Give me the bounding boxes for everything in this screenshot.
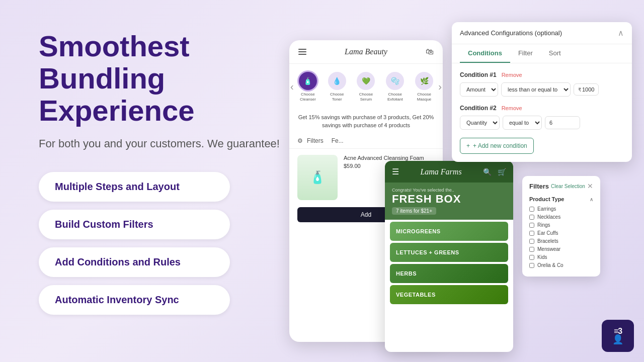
step-circle-masque: 🌿 bbox=[415, 72, 433, 90]
checkbox-kids[interactable] bbox=[529, 255, 534, 260]
phone-promo: Get 15% savings with purchase of 3 produ… bbox=[289, 110, 443, 133]
config-tabs: Conditions Filter Sort bbox=[452, 44, 632, 63]
filter-option-bracelets[interactable]: Bracelets bbox=[529, 238, 593, 244]
feature-btn-multiple-steps[interactable]: Multiple Steps and Layout bbox=[39, 172, 230, 202]
add-condition-button[interactable]: + + Add new condition bbox=[460, 138, 534, 154]
farms-icons: 🔍 🛒 bbox=[483, 168, 506, 176]
hero-section: Smoothest Bundling Experience For both y… bbox=[39, 30, 280, 315]
filters-panel: Filters Clear Selection ✕ Product Type ∧… bbox=[522, 176, 600, 277]
cart-icon[interactable]: 🛒 bbox=[498, 168, 506, 176]
checkbox-bracelets[interactable] bbox=[529, 239, 534, 244]
product-name: Acne Advanced Cleansing Foam bbox=[344, 155, 435, 161]
checkbox-menswear[interactable] bbox=[529, 247, 534, 252]
category-vegetables[interactable]: VEGETABLES bbox=[390, 285, 508, 304]
step-circle-cleanser: 🧴 bbox=[299, 72, 317, 90]
checkbox-ear-cuffs[interactable] bbox=[529, 231, 534, 236]
condition-2-value[interactable] bbox=[545, 116, 580, 129]
filter-option-ear-cuffs[interactable]: Ear Cuffs bbox=[529, 230, 593, 236]
config-header: Advanced Configurations (optional) ∧ bbox=[452, 22, 632, 44]
config-panel: Advanced Configurations (optional) ∧ Con… bbox=[452, 22, 632, 162]
config-close-button[interactable]: ∧ bbox=[618, 28, 624, 38]
checkbox-orelia[interactable] bbox=[529, 263, 534, 268]
config-body: Condition #1 Remove Amount less than or … bbox=[452, 63, 632, 162]
step-circle-toner: 💧 bbox=[328, 72, 346, 90]
hero-title: Smoothest Bundling Experience bbox=[39, 30, 280, 126]
farms-hamburger-icon: ☰ bbox=[392, 167, 399, 176]
search-icon[interactable]: 🔍 bbox=[483, 168, 492, 176]
condition-2-operator[interactable]: equal to bbox=[503, 116, 542, 130]
bag-icon[interactable]: 🛍 bbox=[426, 47, 434, 56]
step-exfoliant[interactable]: 🫧 ChooseExfoliant bbox=[380, 72, 410, 102]
filter-option-earrings[interactable]: Earrings bbox=[529, 206, 593, 212]
logo-badge: ≡3 👤 bbox=[602, 320, 634, 352]
hamburger-icon[interactable] bbox=[298, 49, 306, 55]
featured-label: Fe... bbox=[332, 137, 344, 144]
condition-2-remove[interactable]: Remove bbox=[502, 105, 522, 111]
clear-selection-link[interactable]: Clear Selection bbox=[551, 184, 585, 189]
step-masque[interactable]: 🌿 ChooseMasque bbox=[410, 72, 439, 102]
feature-btn-inventory[interactable]: Automatic Inventory Sync bbox=[39, 285, 230, 315]
step-cleanser[interactable]: 🧴 ChooseCleanser bbox=[293, 72, 323, 102]
condition-1: Condition #1 Remove Amount less than or … bbox=[460, 71, 624, 97]
currency-symbol: ₹ bbox=[578, 87, 581, 93]
condition-1-value: 1000 bbox=[582, 86, 594, 93]
feature-list: Multiple Steps and Layout Build Custom F… bbox=[39, 172, 280, 315]
checkbox-necklaces[interactable] bbox=[529, 215, 534, 220]
condition-2-label: Condition #2 Remove bbox=[460, 105, 624, 112]
phone-logo: Lama Beauty bbox=[345, 47, 387, 56]
farms-banner-title: FRESH BOX bbox=[392, 193, 506, 206]
filter-icon: ⚙ bbox=[297, 137, 303, 144]
condition-2-inputs: Quantity equal to bbox=[460, 116, 624, 130]
tab-filter[interactable]: Filter bbox=[510, 44, 541, 63]
product-type-header: Product Type ∧ bbox=[529, 196, 593, 202]
plus-icon: + bbox=[466, 142, 470, 149]
step-circle-exfoliant: 🫧 bbox=[386, 72, 404, 90]
tab-sort[interactable]: Sort bbox=[541, 44, 569, 63]
condition-1-remove[interactable]: Remove bbox=[502, 72, 522, 78]
phone-filter-bar: ⚙ Filters Fe... bbox=[289, 133, 443, 149]
phone-steps: 🧴 ChooseCleanser 💧 ChooseToner 💚 ChooseS… bbox=[289, 64, 443, 110]
step-circle-serum: 💚 bbox=[357, 72, 375, 90]
condition-2: Condition #2 Remove Quantity equal to bbox=[460, 105, 624, 130]
filter-option-necklaces[interactable]: Necklaces bbox=[529, 214, 593, 220]
filters-label: Filters bbox=[307, 137, 324, 144]
feature-btn-custom-filters[interactable]: Build Custom Filters bbox=[39, 210, 230, 239]
tab-conditions[interactable]: Conditions bbox=[460, 44, 510, 63]
step-serum[interactable]: 💚 ChooseSerum bbox=[352, 72, 381, 102]
checkbox-earrings[interactable] bbox=[529, 207, 534, 212]
condition-2-field[interactable]: Quantity bbox=[460, 116, 500, 130]
farms-mockup: ☰ Lama Farms 🔍 🛒 Congrats! You've select… bbox=[385, 161, 513, 352]
filters-close-button[interactable]: ✕ bbox=[587, 182, 593, 190]
product-image: 🧴 bbox=[297, 155, 338, 200]
phone-header: Lama Beauty 🛍 bbox=[289, 40, 443, 64]
filters-panel-title: Filters bbox=[529, 183, 549, 190]
farms-logo: Lama Farms bbox=[420, 167, 461, 176]
condition-1-operator[interactable]: less than or equal to bbox=[501, 82, 571, 97]
config-title: Advanced Configurations (optional) bbox=[460, 29, 562, 37]
filter-option-orelia[interactable]: Orelia & Co bbox=[529, 262, 593, 268]
hero-subtitle: For both you and your customers. We guar… bbox=[39, 136, 280, 152]
condition-1-label: Condition #1 Remove bbox=[460, 71, 624, 78]
badge-icon: 👤 bbox=[612, 334, 623, 345]
condition-1-inputs: Amount less than or equal to ₹ 1000 bbox=[460, 82, 624, 97]
category-lettuces[interactable]: LETTUCES + GREENS bbox=[390, 243, 508, 262]
filter-option-menswear[interactable]: Menswear bbox=[529, 246, 593, 252]
condition-1-field[interactable]: Amount bbox=[460, 82, 498, 97]
filter-option-kids[interactable]: Kids bbox=[529, 254, 593, 260]
farms-banner: Congrats! You've selected the.. FRESH BO… bbox=[385, 183, 513, 220]
filter-option-rings[interactable]: Rings bbox=[529, 222, 593, 228]
farms-banner-sub: 7 items for $21+ bbox=[392, 207, 436, 215]
checkbox-rings[interactable] bbox=[529, 223, 534, 228]
chevron-up-icon[interactable]: ∧ bbox=[590, 197, 593, 202]
feature-btn-conditions[interactable]: Add Conditions and Rules bbox=[39, 247, 230, 277]
farms-header: ☰ Lama Farms 🔍 🛒 bbox=[385, 161, 513, 183]
category-microgreens[interactable]: MICROGREENS bbox=[390, 222, 508, 241]
product-type-label: Product Type bbox=[529, 196, 564, 202]
category-herbs[interactable]: HERBS bbox=[390, 264, 508, 283]
filters-panel-header: Filters Clear Selection ✕ bbox=[529, 182, 593, 190]
step-toner[interactable]: 💧 ChooseToner bbox=[323, 72, 352, 102]
farms-banner-small: Congrats! You've selected the.. bbox=[392, 188, 506, 193]
